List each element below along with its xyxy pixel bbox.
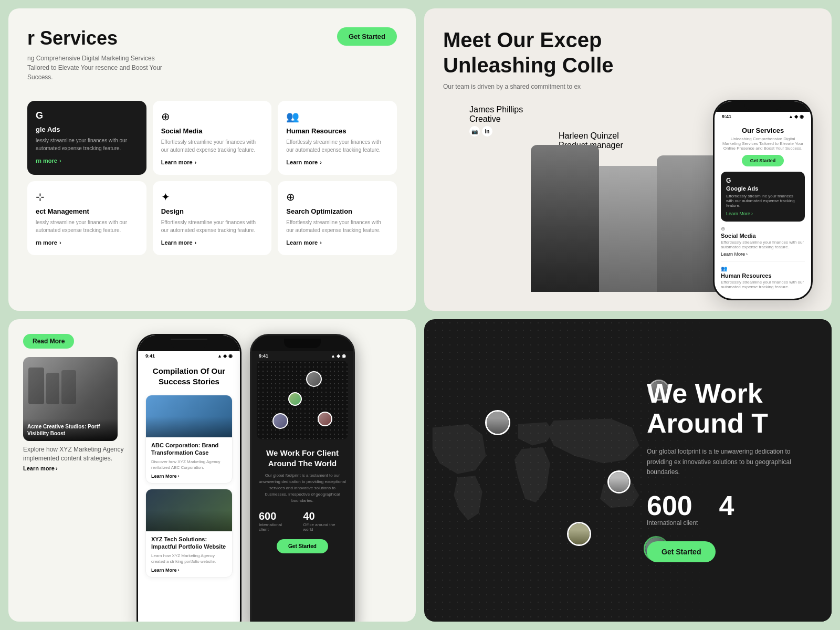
service-name-search-optimization: Search Optimization: [286, 207, 388, 215]
phone-time: 9:41: [722, 114, 731, 119]
service-card-design: ✦ Design Effortlessly streamline your fi…: [153, 181, 272, 255]
google-ads-icon: G: [36, 110, 138, 121]
services-grid: G gle Ads lessly streamline your finance…: [27, 101, 397, 255]
success-stories-phone: 9:41 ▲ ◆ ◉ Compilation Of Our Success St…: [136, 334, 242, 622]
story-desc: Explore how XYZ Marketing Agency impleme…: [23, 445, 128, 463]
learn-more-human-resources[interactable]: Learn more ›: [286, 159, 388, 165]
stat-international-client: 600 International client: [647, 492, 698, 527]
story1-title: ABC Corporation: Brand Transformation Ca…: [151, 442, 227, 457]
team-photo-2: [594, 166, 662, 292]
phone2-time: 9:41: [145, 353, 155, 359]
phone-hr-name: Human Resources: [721, 272, 805, 279]
phone-services-title: Our Services: [721, 127, 805, 134]
services-subtitle: ng Comprehensive Digital Marketing Servi…: [27, 54, 174, 82]
service-desc-human-resources: Effortlessly streamline your finances wi…: [286, 138, 388, 154]
team-subtitle: Our team is driven by a shared commitmen…: [443, 82, 622, 91]
phone-social-media-item: ⊕ Social Media Effortlessly streamline y…: [721, 226, 805, 261]
stories-panel: Read More Acme Creative Studios: PortfVi…: [8, 319, 416, 622]
learn-more-social-media[interactable]: Learn more ›: [161, 159, 264, 165]
service-desc-search-optimization: Effortlessly streamline your finances wi…: [286, 218, 388, 234]
services-title: r Services: [27, 27, 174, 49]
learn-more-design[interactable]: Learn more ›: [161, 239, 264, 246]
service-name-google-ads: gle Ads: [36, 125, 138, 133]
phone-social-name: Social Media: [721, 233, 805, 239]
service-name-design: Design: [161, 207, 264, 215]
phone2-status: ▲ ◆ ◉: [217, 353, 233, 359]
phone3-get-started-btn[interactable]: Get Started: [277, 539, 328, 553]
phone-google-ads-name: Google Ads: [726, 185, 800, 192]
service-desc-project-management: lessly streamline your finances with our…: [36, 218, 138, 234]
world-avatar-1: [485, 410, 510, 435]
service-card-social-media: ⊕ Social Media Effortlessly streamline y…: [153, 101, 272, 175]
map-avatar-4: [318, 412, 332, 426]
phone-social-desc: Effortlessly streamline your finances wi…: [721, 240, 805, 249]
phone-google-ads-desc: Effortlessly streamline your finances wi…: [726, 194, 800, 208]
project-management-icon: ⊹: [36, 191, 138, 203]
stat2-number: 4: [719, 492, 734, 519]
story1-link[interactable]: Learn More ›: [151, 474, 227, 479]
stat1-number: 600: [647, 492, 698, 519]
service-card-google-ads: G gle Ads lessly streamline your finance…: [27, 101, 146, 175]
social-media-icon: ⊕: [161, 110, 264, 123]
team-title: Meet Our ExcepUnleashing Colle: [443, 27, 695, 78]
learn-more-search-optimization[interactable]: Learn more ›: [286, 239, 388, 246]
service-desc-google-ads: lessly streamline your finances with our…: [36, 136, 138, 152]
world-content-overlay: We WorkAround T Our global footprint is …: [628, 319, 832, 622]
team-photo-1: [531, 145, 599, 292]
phone3-title: We Work For Client Around The World: [259, 448, 346, 468]
phone-google-ads-link[interactable]: Learn More ›: [726, 211, 800, 216]
story1-desc: Discover how XYZ Marketing Agency revita…: [151, 459, 227, 470]
story2-title: XYZ Tech Solutions: Impactful Portfolio …: [151, 536, 227, 551]
story2-desc: Learn how XYZ Marketing Agency created a…: [151, 553, 227, 564]
phone-services-desc: Unleashing Comprehensive Digital Marketi…: [721, 136, 805, 151]
story-image: Acme Creative Studios: PortfVisibility B…: [23, 357, 118, 441]
story-overlay-title: Acme Creative Studios: PortfVisibility B…: [27, 423, 113, 437]
design-icon: ✦: [161, 191, 264, 203]
stat1-label: International client: [647, 519, 698, 527]
world-subtitle: Our global footprint is a te unwavering …: [647, 447, 813, 477]
phone-hr-desc: Effortlessly streamline your finances wi…: [721, 280, 805, 289]
phone-social-link[interactable]: Learn More ›: [721, 251, 805, 257]
service-card-search-optimization: ⊕ Search Optimization Effortlessly strea…: [278, 181, 397, 255]
phone3-time: 9:41: [259, 353, 268, 359]
james-name: James Phillips: [469, 105, 523, 114]
phone3-stat1: 600 International client: [259, 510, 292, 532]
story-learn-more[interactable]: Learn more ›: [23, 465, 128, 471]
learn-more-project-management[interactable]: rn more ›: [36, 239, 138, 246]
service-card-human-resources: 👥 Human Resources Effortlessly streamlin…: [278, 101, 397, 175]
phone-google-ads-card: G Google Ads Effortlessly streamline you…: [721, 172, 805, 222]
phone-hr-item: 👥 Human Resources Effortlessly streamlin…: [721, 266, 805, 293]
story2-link[interactable]: Learn More ›: [151, 568, 227, 573]
service-card-project-management: ⊹ ect Management lessly streamline your …: [27, 181, 146, 255]
services-panel: r Services ng Comprehensive Digital Mark…: [8, 8, 416, 311]
world-get-started-btn[interactable]: Get Started: [647, 541, 716, 562]
service-desc-design: Effortlessly streamline your finances wi…: [161, 218, 264, 234]
service-name-project-management: ect Management: [36, 207, 138, 215]
service-name-social-media: Social Media: [161, 127, 264, 135]
world-panel: We WorkAround T Our global footprint is …: [424, 319, 832, 622]
get-started-button[interactable]: Get Started: [337, 27, 397, 46]
team-panel: Meet Our ExcepUnleashing Colle Our team …: [424, 8, 832, 311]
world-map-phone: 9:41 ▲ ◆ ◉ We Work For Client: [250, 334, 355, 622]
success-stories-title: Compilation Of Our Success Stories: [145, 366, 233, 386]
map-avatar-1: [306, 371, 322, 387]
story-card-1: ABC Corporation: Brand Transformation Ca…: [145, 395, 233, 484]
story-card-2: XYZ Tech Solutions: Impactful Portfolio …: [145, 489, 233, 578]
search-optimization-icon: ⊕: [286, 191, 388, 203]
world-avatar-4: [567, 522, 591, 546]
learn-more-google-ads[interactable]: rn more ›: [36, 158, 138, 164]
phone3-desc: Our global footprint is a testament to o…: [259, 472, 346, 504]
map-avatar-2: [288, 392, 302, 406]
james-role: Creative: [469, 114, 523, 124]
read-more-badge[interactable]: Read More: [23, 334, 74, 349]
story-area: Read More Acme Creative Studios: PortfVi…: [23, 334, 128, 471]
phone-status-icons: ▲ ◆ ◉: [789, 114, 804, 119]
stat-offices: 4: [719, 492, 734, 527]
phone-get-started-btn[interactable]: Get Started: [742, 155, 784, 166]
world-avatar-2: [607, 470, 631, 494]
human-resources-icon: 👥: [286, 110, 388, 123]
service-name-human-resources: Human Resources: [286, 127, 388, 135]
phone3-stat2: 40 Office around the world: [303, 510, 346, 532]
phone-mockup-services: 9:41 ▲ ◆ ◉ Our Services Unleashing Compr…: [713, 100, 813, 300]
service-desc-social-media: Effortlessly streamline your finances wi…: [161, 138, 264, 154]
